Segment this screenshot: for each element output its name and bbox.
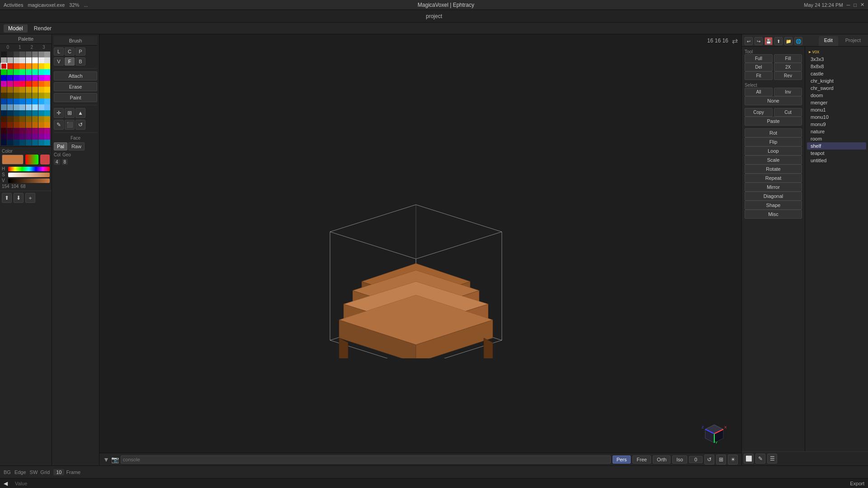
palette-cell[interactable] bbox=[44, 87, 50, 93]
move-icon-btn[interactable]: ✛ bbox=[54, 108, 64, 118]
palette-cell[interactable] bbox=[32, 69, 38, 75]
viewport[interactable]: 16 16 16 ⇄ bbox=[99, 34, 741, 465]
paint-btn[interactable]: Paint bbox=[54, 93, 97, 102]
2x-btn[interactable]: 2X bbox=[774, 63, 802, 71]
palette-cell[interactable] bbox=[26, 87, 32, 93]
palette-cell[interactable] bbox=[38, 99, 44, 104]
palette-cell[interactable] bbox=[19, 93, 25, 99]
palette-cell[interactable] bbox=[7, 99, 13, 104]
palette-cell[interactable] bbox=[32, 75, 38, 81]
palette-cell[interactable] bbox=[44, 69, 50, 75]
rot-btn[interactable]: Rot bbox=[745, 128, 802, 137]
project-item-teapot[interactable]: teapot bbox=[807, 150, 866, 157]
del-btn[interactable]: Del bbox=[745, 63, 773, 71]
mirror-btn[interactable]: Mirror bbox=[745, 183, 802, 192]
palette-cell[interactable] bbox=[32, 110, 38, 116]
palette-cell[interactable] bbox=[14, 122, 19, 128]
pal-btn[interactable]: Pal bbox=[54, 142, 67, 150]
palette-cell[interactable] bbox=[1, 63, 7, 69]
palette-cell[interactable] bbox=[7, 116, 13, 122]
palette-cell[interactable] bbox=[32, 122, 38, 128]
palette-cell[interactable] bbox=[7, 134, 13, 140]
raw-btn[interactable]: Raw bbox=[68, 142, 85, 150]
palette-cell[interactable] bbox=[19, 104, 25, 110]
palette-cell[interactable] bbox=[26, 128, 32, 134]
scale-btn[interactable]: Scale bbox=[745, 155, 802, 164]
palette-cell[interactable] bbox=[1, 81, 7, 87]
inv-btn[interactable]: Inv bbox=[774, 88, 802, 96]
tab-project[interactable]: Project bbox=[840, 36, 866, 46]
palette-save-btn[interactable]: ⬇ bbox=[14, 193, 24, 203]
full-btn[interactable]: Full bbox=[745, 54, 773, 63]
palette-cell[interactable] bbox=[7, 128, 13, 134]
camera-icon[interactable]: 📷 bbox=[111, 456, 119, 463]
fit-btn[interactable]: Fit bbox=[745, 71, 773, 80]
palette-cell[interactable] bbox=[19, 140, 25, 145]
eraser-icon-btn[interactable]: ⬛ bbox=[65, 120, 75, 130]
palette-cell[interactable] bbox=[26, 81, 32, 87]
palette-cell[interactable] bbox=[14, 116, 19, 122]
palette-cell[interactable] bbox=[32, 128, 38, 134]
palette-cell[interactable] bbox=[7, 110, 13, 116]
none-btn[interactable]: None bbox=[745, 96, 802, 105]
palette-cell[interactable] bbox=[44, 128, 50, 134]
palette-cell[interactable] bbox=[1, 87, 7, 93]
palette-cell[interactable] bbox=[38, 87, 44, 93]
palette-new-btn[interactable]: ＋ bbox=[25, 193, 35, 203]
palette-cell[interactable] bbox=[38, 57, 44, 63]
attach-btn[interactable]: Attach bbox=[54, 71, 97, 80]
palette-cell[interactable] bbox=[44, 63, 50, 69]
palette-cell[interactable] bbox=[26, 99, 32, 104]
palette-cell[interactable] bbox=[26, 69, 32, 75]
palette-cell[interactable] bbox=[32, 93, 38, 99]
palette-cell[interactable] bbox=[26, 134, 32, 140]
palette-cell[interactable] bbox=[26, 75, 32, 81]
cut-btn[interactable]: Cut bbox=[774, 108, 802, 117]
palette-cell[interactable] bbox=[38, 104, 44, 110]
palette-cell[interactable] bbox=[26, 140, 32, 145]
palette-cell[interactable] bbox=[38, 75, 44, 81]
palette-cell[interactable] bbox=[1, 75, 7, 81]
project-item-monu1[interactable]: monu1 bbox=[807, 106, 866, 113]
palette-cell[interactable] bbox=[19, 81, 25, 87]
palette-cell[interactable] bbox=[19, 75, 25, 81]
loop-btn[interactable]: Loop bbox=[745, 146, 802, 155]
export-label[interactable]: Export bbox=[850, 481, 864, 486]
palette-cell[interactable] bbox=[38, 63, 44, 69]
palette-cell[interactable] bbox=[32, 140, 38, 145]
value-bar[interactable] bbox=[8, 178, 50, 183]
redo-top-btn[interactable]: ↪ bbox=[755, 37, 763, 45]
shape-btn[interactable]: Shape bbox=[745, 201, 802, 210]
palette-cell[interactable] bbox=[44, 99, 50, 104]
palette-cell[interactable] bbox=[7, 93, 13, 99]
rotate-btn[interactable]: Rotate bbox=[745, 164, 802, 174]
menu-model[interactable]: Model bbox=[4, 24, 28, 33]
palette-cell[interactable] bbox=[32, 57, 38, 63]
palette-cell[interactable] bbox=[26, 93, 32, 99]
color-swatch-red[interactable] bbox=[40, 155, 50, 164]
palette-cell[interactable] bbox=[44, 134, 50, 140]
palette-cell[interactable] bbox=[1, 104, 7, 110]
maximize-btn[interactable]: □ bbox=[854, 2, 857, 8]
palette-cell[interactable] bbox=[19, 134, 25, 140]
palette-cell[interactable] bbox=[26, 52, 32, 57]
palette-cell[interactable] bbox=[38, 116, 44, 122]
palette-cell[interactable] bbox=[32, 63, 38, 69]
palette-cell[interactable] bbox=[26, 122, 32, 128]
palette-cell[interactable] bbox=[1, 110, 7, 116]
palette-cell[interactable] bbox=[7, 122, 13, 128]
palette-cell[interactable] bbox=[26, 57, 32, 63]
palette-cell[interactable] bbox=[1, 116, 7, 122]
project-item-shelf[interactable]: shelf bbox=[807, 142, 866, 150]
project-item-chr_knight[interactable]: chr_knight bbox=[807, 77, 866, 84]
undo-icon-btn[interactable]: ↺ bbox=[75, 120, 85, 130]
palette-cell[interactable] bbox=[32, 87, 38, 93]
palette-cell[interactable] bbox=[7, 69, 13, 75]
palette-cell[interactable] bbox=[1, 128, 7, 134]
palette-cell[interactable] bbox=[7, 75, 13, 81]
palette-cell[interactable] bbox=[7, 140, 13, 145]
palette-cell[interactable] bbox=[1, 52, 7, 57]
palette-cell[interactable] bbox=[44, 122, 50, 128]
palette-cell[interactable] bbox=[19, 110, 25, 116]
palette-cell[interactable] bbox=[19, 122, 25, 128]
